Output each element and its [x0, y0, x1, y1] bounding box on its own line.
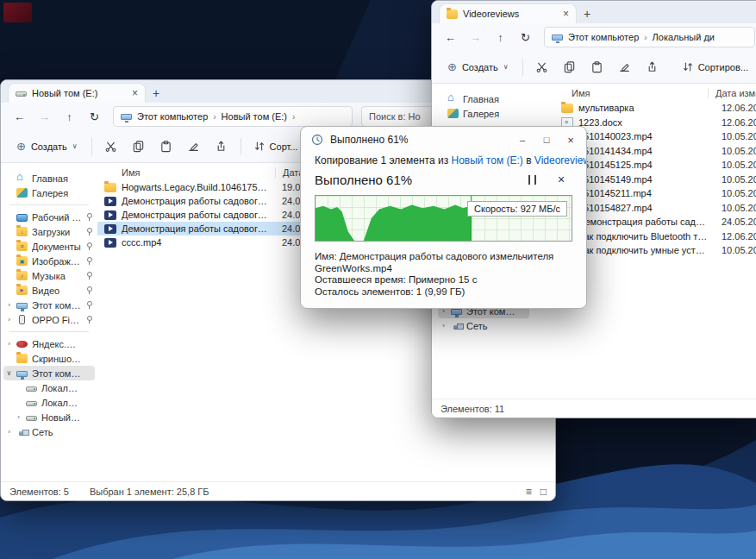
sidebar-item[interactable]: Загрузки — [3, 224, 95, 239]
clipboard-icon — [159, 140, 172, 153]
sidebar-item[interactable]: Локальный диск (D:) — [13, 395, 95, 410]
sidebar-item[interactable]: Главная — [3, 171, 95, 185]
sidebar-item[interactable] — [9, 331, 89, 332]
address-bar[interactable]: Этот компьютер › Новый том (E:) › — [113, 106, 353, 127]
details-view-button[interactable]: ≡ — [526, 486, 532, 498]
expand-chevron-icon[interactable]: ∨ — [6, 369, 12, 377]
destination-link[interactable]: Videoreviews — [534, 154, 587, 166]
sidebar-item[interactable]: Галерея — [434, 106, 534, 121]
paste-button[interactable] — [585, 55, 609, 79]
expand-chevron-icon[interactable]: › — [16, 413, 22, 421]
tab-close-icon[interactable]: × — [132, 88, 138, 98]
sidebar-item-label: Документы — [32, 242, 82, 252]
breadcrumb-drive[interactable]: Новый том (E:) — [222, 111, 287, 122]
sidebar-item[interactable]: Главная — [434, 91, 534, 106]
sidebar-item[interactable]: › Сеть — [438, 318, 529, 333]
command-bar: ⊕ Создать ∨ Сортиров... — [432, 51, 756, 84]
file-row[interactable]: мультиварка 12.06.2024 13 — [554, 101, 756, 116]
maximize-button[interactable]: □ — [534, 130, 559, 149]
column-header-date[interactable]: Дата измен... — [708, 88, 756, 98]
sidebar-item[interactable]: › Этот компьютер — [3, 298, 95, 312]
sidebar-item-icon — [453, 325, 459, 330]
back-button[interactable]: ← — [439, 27, 462, 47]
pause-button[interactable] — [521, 171, 543, 188]
sidebar-item[interactable]: Скриншоты — [3, 351, 95, 366]
sidebar-item-label: Загрузки — [32, 227, 82, 237]
new-tab-button[interactable]: + — [146, 83, 166, 103]
new-tab-button[interactable]: + — [577, 3, 597, 23]
share-button[interactable] — [209, 135, 234, 159]
column-header-name[interactable]: Имя — [572, 88, 703, 98]
cut-button[interactable] — [99, 135, 123, 159]
expand-chevron-icon[interactable]: › — [440, 322, 447, 330]
sidebar-item[interactable]: Документы — [3, 239, 95, 254]
sidebar-item[interactable]: › OPPO Find X7 Ult — [3, 312, 95, 327]
copy-button[interactable] — [558, 55, 582, 79]
sidebar-item-icon — [16, 214, 28, 222]
file-date: 12.06.2024 16 — [715, 231, 756, 242]
sidebar-item[interactable]: Локальный диск (C:) — [13, 380, 95, 395]
expand-chevron-icon[interactable]: › — [6, 428, 12, 436]
cancel-copy-button[interactable]: × — [550, 171, 572, 188]
tab-novyi-tom[interactable]: Новый том (E:) × — [8, 83, 146, 103]
tab-strip: Videoreviews × + — [432, 1, 756, 23]
sidebar-item[interactable]: Рабочий стол — [3, 210, 95, 224]
breadcrumb-this-pc[interactable]: Этот компьютер — [568, 32, 639, 42]
column-header-name[interactable]: Имя — [122, 167, 270, 178]
sidebar-item[interactable]: › Яндекс.Диск — [3, 336, 95, 351]
sidebar-item[interactable]: Галерея — [3, 185, 95, 200]
file-name: Демонстрация работы садового из... — [122, 196, 270, 206]
sidebar-item-icon — [16, 354, 28, 363]
rename-button[interactable] — [613, 55, 637, 79]
sidebar-item[interactable] — [9, 204, 89, 205]
breadcrumb-drive[interactable]: Локальный ди — [653, 32, 715, 42]
create-button[interactable]: ⊕ Создать ∨ — [9, 135, 84, 159]
progress-label: Выполнено 61% — [315, 173, 412, 187]
folder-icon — [447, 9, 458, 19]
sidebar-item[interactable]: › Новый том (E:) — [13, 410, 95, 424]
file-icon — [561, 104, 573, 113]
refresh-button[interactable]: ↻ — [83, 106, 106, 127]
forward-button[interactable]: → — [464, 27, 487, 47]
paste-button[interactable] — [154, 135, 178, 159]
progress-chart: Скорость: 927 МБ/с — [315, 195, 572, 242]
sidebar-item[interactable]: › Сеть — [3, 424, 95, 439]
back-button[interactable]: ← — [8, 106, 31, 127]
sidebar-item[interactable]: Изображения — [3, 254, 95, 268]
sidebar-item[interactable]: ∨ Этот компьютер — [3, 366, 95, 380]
address-bar[interactable]: Этот компьютер › Локальный ди — [544, 27, 755, 47]
sidebar-item-icon — [16, 303, 28, 309]
sidebar-item-icon — [451, 309, 462, 315]
sort-button[interactable]: Сортиров... — [677, 55, 753, 79]
copy-progress-dialog: Выполнено 61% – □ × Копирование 1 элемен… — [300, 126, 587, 309]
share-button[interactable] — [640, 55, 665, 79]
desktop-shortcut-icon[interactable] — [3, 3, 32, 22]
sidebar-item-icon — [447, 94, 459, 104]
create-button[interactable]: ⊕ Создать ∨ — [440, 55, 515, 79]
breadcrumb-this-pc[interactable]: Этот компьютер — [137, 111, 208, 122]
expand-chevron-icon[interactable]: › — [6, 316, 12, 323]
file-name: cccc.mp4 — [122, 237, 270, 248]
sidebar-item-label: Музыка — [32, 271, 82, 281]
thumbnails-view-button[interactable]: □ — [540, 486, 547, 498]
sidebar-item-icon — [26, 401, 37, 406]
tab-videoreviews[interactable]: Videoreviews × — [439, 3, 577, 23]
copy-button[interactable] — [127, 135, 151, 159]
sidebar-item[interactable]: Видео — [3, 283, 95, 298]
up-button[interactable]: ↑ — [489, 27, 512, 47]
sort-icon — [682, 60, 694, 73]
expand-chevron-icon[interactable]: › — [6, 301, 12, 309]
cut-button[interactable] — [530, 55, 554, 79]
source-link[interactable]: Новый том (E:) — [451, 154, 522, 166]
close-button[interactable]: × — [559, 130, 583, 149]
forward-button[interactable]: → — [33, 106, 56, 127]
sidebar-item[interactable]: Музыка — [3, 268, 95, 283]
minimize-button[interactable]: – — [510, 130, 534, 149]
file-name: 0510145211.mp4 — [578, 188, 709, 198]
rename-button[interactable] — [182, 135, 206, 159]
expand-chevron-icon[interactable]: › — [6, 340, 12, 348]
refresh-button[interactable]: ↻ — [514, 27, 537, 47]
up-button[interactable]: ↑ — [58, 106, 81, 127]
tab-close-icon[interactable]: × — [563, 9, 569, 19]
file-icon — [104, 238, 116, 248]
